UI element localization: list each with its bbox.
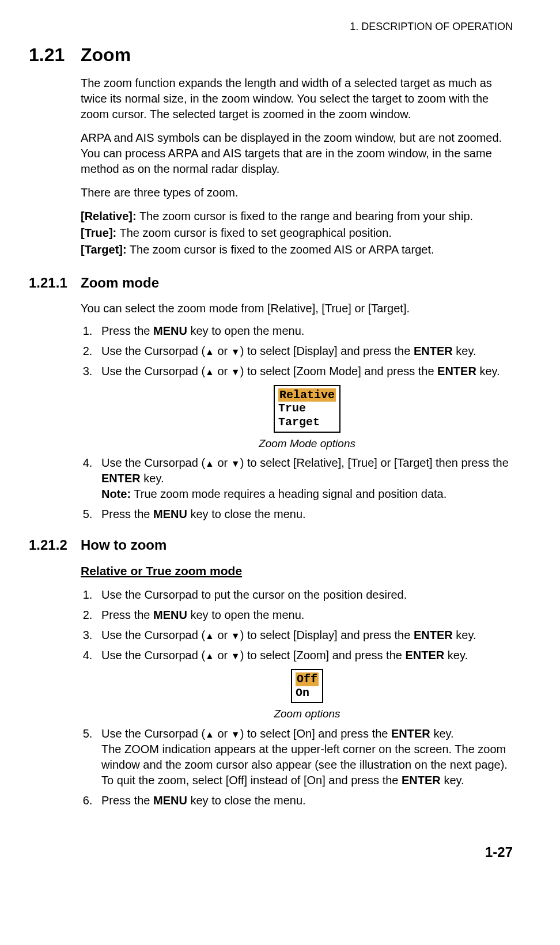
zoom-options-box: Off On: [291, 669, 323, 703]
step-item: Use the Cursorpad (▲ or ▼) to select [Zo…: [96, 364, 513, 451]
page-number: 1-27: [29, 843, 513, 861]
step-item: Use the Cursorpad (▲ or ▼) to select [Di…: [96, 343, 513, 359]
option-on: On: [296, 686, 319, 700]
down-arrow-icon: ▼: [231, 630, 240, 642]
down-arrow-icon: ▼: [231, 458, 240, 470]
zoom-mode-options-box: Relative True Target: [274, 385, 340, 433]
step-item: Press the MENU key to open the menu.: [96, 607, 513, 623]
up-arrow-icon: ▲: [205, 346, 214, 358]
option-relative: Relative: [278, 388, 336, 402]
subsection-number: 1.21.1: [29, 274, 81, 292]
figure-caption: Zoom Mode options: [259, 436, 355, 451]
step-item: Use the Cursorpad (▲ or ▼) to select [Zo…: [96, 648, 513, 721]
paragraph: There are three types of zoom.: [81, 185, 513, 201]
subheading: Relative or True zoom mode: [81, 563, 513, 579]
paragraph: You can select the zoom mode from [Relat…: [81, 301, 513, 316]
definition-target: [Target]: The zoom cursor is fixed to th…: [81, 242, 513, 258]
up-arrow-icon: ▲: [205, 630, 214, 642]
up-arrow-icon: ▲: [205, 728, 214, 741]
step-item: Use the Cursorpad (▲ or ▼) to select [Di…: [96, 628, 513, 643]
step-item: Press the MENU key to open the menu.: [96, 323, 513, 339]
up-arrow-icon: ▲: [205, 366, 214, 379]
chapter-header: 1. DESCRIPTION OF OPERATION: [29, 20, 513, 33]
up-arrow-icon: ▲: [205, 650, 214, 663]
step-item: Press the MENU key to close the menu.: [96, 506, 513, 522]
down-arrow-icon: ▼: [231, 366, 240, 379]
subsection-title: Zoom mode: [81, 274, 513, 292]
option-true: True: [278, 402, 336, 415]
step-item: Use the Cursorpad (▲ or ▼) to select [Re…: [96, 455, 513, 502]
section-number: 1.21: [29, 43, 81, 67]
paragraph: The zoom function expands the length and…: [81, 75, 513, 122]
section-title: Zoom: [81, 43, 513, 67]
paragraph: ARPA and AIS symbols can be displayed in…: [81, 130, 513, 177]
subsection-number: 1.21.2: [29, 536, 81, 554]
definition-relative: [Relative]: The zoom cursor is fixed to …: [81, 209, 513, 224]
step-item: Use the Cursorpad to put the cursor on t…: [96, 587, 513, 603]
definition-true: [True]: The zoom cursor is fixed to set …: [81, 225, 513, 241]
option-target: Target: [278, 415, 336, 429]
step-item: Press the MENU key to close the menu.: [96, 793, 513, 808]
down-arrow-icon: ▼: [231, 346, 240, 358]
down-arrow-icon: ▼: [231, 728, 240, 741]
step-item: Use the Cursorpad (▲ or ▼) to select [On…: [96, 726, 513, 788]
subsection-title: How to zoom: [81, 536, 513, 554]
up-arrow-icon: ▲: [205, 458, 214, 470]
down-arrow-icon: ▼: [231, 650, 240, 663]
option-off: Off: [296, 672, 319, 686]
figure-caption: Zoom options: [274, 706, 340, 721]
